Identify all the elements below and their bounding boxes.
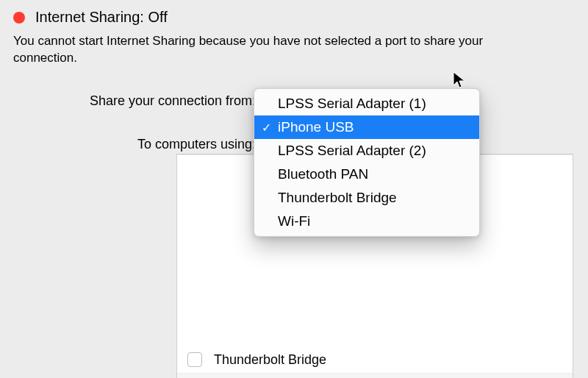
menu-item-label: Wi-Fi — [278, 213, 310, 229]
menu-item-iphone-usb[interactable]: ✓ iPhone USB — [254, 115, 479, 139]
port-checkbox[interactable] — [187, 352, 202, 367]
menu-item-label: Bluetooth PAN — [278, 166, 368, 182]
header: Internet Sharing: Off — [0, 0, 588, 29]
port-row-wifi[interactable]: Wi-Fi — [177, 374, 573, 378]
menu-item-label: iPhone USB — [278, 119, 354, 135]
menu-item-lpss-serial-1[interactable]: LPSS Serial Adapter (1) — [254, 92, 479, 115]
status-indicator-icon — [13, 12, 25, 24]
menu-item-label: LPSS Serial Adapter (1) — [278, 96, 426, 112]
to-computers-label: To computers using: — [0, 137, 256, 152]
menu-item-wifi[interactable]: Wi-Fi — [254, 210, 479, 233]
share-from-dropdown[interactable]: LPSS Serial Adapter (1) ✓ iPhone USB LPS… — [254, 88, 480, 237]
share-from-label: Share your connection from: — [0, 93, 256, 109]
status-explanation: You cannot start Internet Sharing becaus… — [0, 29, 529, 67]
menu-item-bluetooth-pan[interactable]: Bluetooth PAN — [254, 163, 479, 186]
port-name: Thunderbolt Bridge — [214, 352, 326, 368]
menu-item-thunderbolt-bridge[interactable]: Thunderbolt Bridge — [254, 186, 479, 210]
menu-item-label: Thunderbolt Bridge — [278, 190, 397, 206]
menu-item-label: LPSS Serial Adapter (2) — [278, 143, 426, 159]
port-row-thunderbolt-bridge[interactable]: Thunderbolt Bridge — [177, 347, 573, 374]
checkmark-icon: ✓ — [262, 121, 271, 135]
page-title: Internet Sharing: Off — [35, 9, 168, 26]
menu-item-lpss-serial-2[interactable]: LPSS Serial Adapter (2) — [254, 139, 479, 163]
